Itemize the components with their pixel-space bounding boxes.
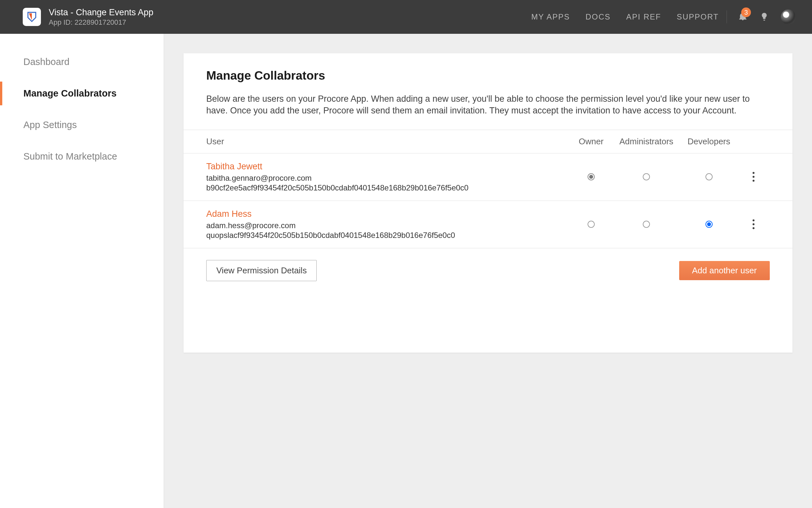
view-permission-button[interactable]: View Permission Details (206, 260, 317, 281)
page-title: Manage Collabrators (206, 69, 770, 83)
more-menu-icon[interactable] (750, 169, 757, 184)
sidebar-item-collaborators[interactable]: Manage Collabrators (0, 82, 164, 105)
card-footer: View Permission Details Add another user (184, 248, 793, 353)
radio-admin[interactable] (643, 173, 650, 180)
table-row: Tabitha Jewett tabitha.gennaro@procore.c… (184, 154, 793, 201)
user-cell: Tabitha Jewett tabitha.gennaro@procore.c… (206, 162, 570, 193)
app-info: Vista - Change Events App App ID: 222890… (49, 7, 531, 27)
radio-admin-cell (612, 221, 680, 228)
col-actions-header (737, 136, 770, 146)
radio-dev-cell (680, 173, 737, 180)
avatar[interactable] (781, 9, 796, 25)
col-dev-header: Developers (680, 136, 737, 146)
page-description: Below are the users on your Procore App.… (206, 93, 770, 117)
card: Manage Collabrators Below are the users … (184, 53, 793, 353)
sidebar-item-marketplace[interactable]: Submit to Marketplace (0, 144, 164, 168)
actions-cell (737, 169, 770, 184)
actions-cell (737, 217, 770, 232)
nav-api-ref[interactable]: API REF (626, 12, 661, 22)
radio-owner-cell (570, 173, 612, 180)
user-token: quopslacf9f93454f20c505b150b0cdabf040154… (206, 231, 570, 240)
sidebar-item-settings[interactable]: App Settings (0, 113, 164, 137)
user-email: tabitha.gennaro@procore.com (206, 174, 570, 183)
radio-owner[interactable] (587, 221, 595, 228)
app-icon (23, 8, 41, 26)
table-row: Adam Hess adam.hess@procore.com quopslac… (184, 201, 793, 248)
top-header: Vista - Change Events App App ID: 222890… (0, 0, 812, 34)
user-name[interactable]: Tabitha Jewett (206, 162, 570, 172)
more-menu-icon[interactable] (750, 217, 757, 232)
main-container: Dashboard Manage Collabrators App Settin… (0, 34, 812, 508)
bulb-icon[interactable] (759, 12, 769, 22)
app-id: App ID: 2228901720017 (49, 18, 531, 27)
sidebar: Dashboard Manage Collabrators App Settin… (0, 34, 164, 508)
user-token: b90cf2ee5acf9f93454f20c505b150b0cdabf040… (206, 183, 570, 193)
nav-my-apps[interactable]: MY APPS (531, 12, 570, 22)
user-email: adam.hess@procore.com (206, 221, 570, 230)
content-area: Manage Collabrators Below are the users … (164, 34, 812, 508)
sidebar-item-dashboard[interactable]: Dashboard (0, 50, 164, 74)
col-admin-header: Administrators (612, 136, 680, 146)
nav-icons: 3 (738, 9, 796, 25)
radio-dev[interactable] (706, 221, 713, 228)
nav-docs[interactable]: DOCS (586, 12, 611, 22)
nav-support[interactable]: SUPPORT (677, 12, 719, 22)
logo-icon (26, 11, 38, 23)
radio-owner-cell (570, 221, 612, 228)
card-header: Manage Collabrators Below are the users … (184, 53, 793, 130)
radio-dev[interactable] (706, 173, 713, 180)
radio-owner[interactable] (587, 173, 595, 180)
col-owner-header: Owner (570, 136, 612, 146)
col-user-header: User (206, 136, 570, 146)
notification-button[interactable]: 3 (738, 11, 748, 23)
radio-admin[interactable] (643, 221, 650, 228)
notification-badge: 3 (741, 7, 751, 17)
radio-admin-cell (612, 173, 680, 180)
radio-dev-cell (680, 221, 737, 228)
table-header: User Owner Administrators Developers (184, 130, 793, 154)
user-name[interactable]: Adam Hess (206, 209, 570, 219)
add-user-button[interactable]: Add another user (679, 261, 770, 280)
app-title: Vista - Change Events App (49, 7, 531, 17)
nav-links: MY APPS DOCS API REF SUPPORT (531, 12, 719, 22)
user-cell: Adam Hess adam.hess@procore.com quopslac… (206, 209, 570, 240)
